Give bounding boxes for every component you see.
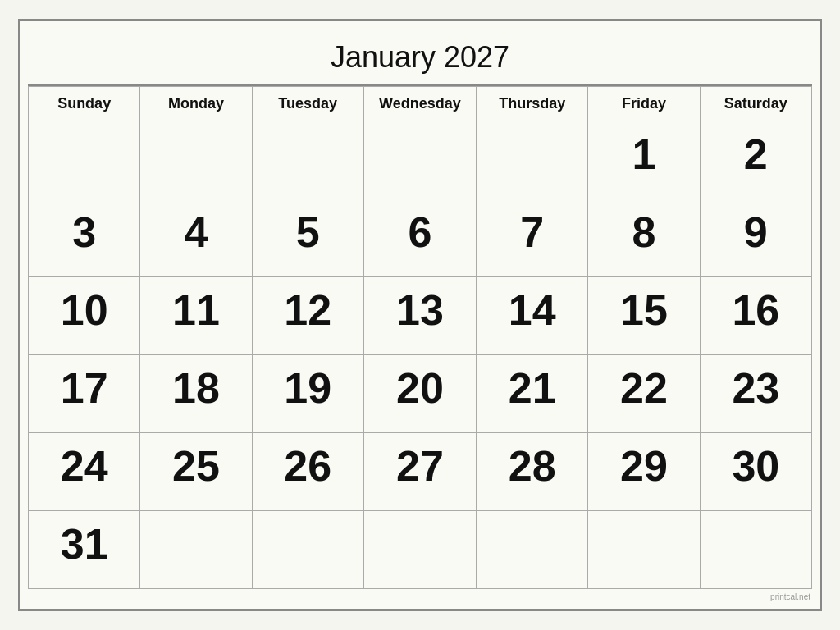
day-cell-10: 10 (29, 277, 140, 355)
empty-cell (700, 511, 811, 589)
week-row-3: 10111213141516 (29, 277, 812, 355)
day-cell-18: 18 (140, 355, 252, 433)
day-cell-3: 3 (29, 199, 140, 277)
empty-cell (363, 121, 476, 199)
week-row-6: 31 (29, 511, 812, 589)
day-cell-2: 2 (700, 121, 811, 199)
day-cell-22: 22 (588, 355, 700, 433)
day-cell-7: 7 (477, 199, 588, 277)
days-header-row: SundayMondayTuesdayWednesdayThursdayFrid… (29, 87, 812, 121)
day-cell-24: 24 (29, 433, 140, 511)
day-header-thursday: Thursday (477, 87, 588, 121)
day-cell-13: 13 (363, 277, 476, 355)
day-cell-28: 28 (477, 433, 588, 511)
empty-cell (363, 511, 476, 589)
day-cell-9: 9 (700, 199, 811, 277)
day-cell-4: 4 (140, 199, 252, 277)
day-cell-20: 20 (363, 355, 476, 433)
day-cell-14: 14 (477, 277, 588, 355)
day-cell-26: 26 (252, 433, 363, 511)
day-cell-1: 1 (588, 121, 700, 199)
empty-cell (477, 121, 588, 199)
calendar-container: January 2027 SundayMondayTuesdayWednesda… (18, 19, 822, 611)
calendar-table: SundayMondayTuesdayWednesdayThursdayFrid… (28, 86, 812, 589)
day-header-monday: Monday (140, 87, 252, 121)
day-header-friday: Friday (588, 87, 700, 121)
empty-cell (477, 511, 588, 589)
empty-cell (252, 511, 363, 589)
empty-cell (252, 121, 363, 199)
day-cell-23: 23 (700, 355, 811, 433)
week-row-4: 17181920212223 (29, 355, 812, 433)
day-cell-31: 31 (29, 511, 140, 589)
day-header-saturday: Saturday (700, 87, 811, 121)
day-cell-17: 17 (29, 355, 140, 433)
watermark: printcal.net (28, 589, 812, 601)
day-cell-27: 27 (363, 433, 476, 511)
empty-cell (140, 121, 252, 199)
day-cell-8: 8 (588, 199, 700, 277)
day-cell-25: 25 (140, 433, 252, 511)
day-header-tuesday: Tuesday (252, 87, 363, 121)
day-cell-6: 6 (363, 199, 476, 277)
day-cell-15: 15 (588, 277, 700, 355)
day-cell-11: 11 (140, 277, 252, 355)
day-header-wednesday: Wednesday (363, 87, 476, 121)
day-cell-12: 12 (252, 277, 363, 355)
day-cell-19: 19 (252, 355, 363, 433)
week-row-5: 24252627282930 (29, 433, 812, 511)
empty-cell (588, 511, 700, 589)
week-row-2: 3456789 (29, 199, 812, 277)
day-header-sunday: Sunday (29, 87, 140, 121)
day-cell-29: 29 (588, 433, 700, 511)
calendar-title: January 2027 (28, 29, 812, 86)
day-cell-5: 5 (252, 199, 363, 277)
empty-cell (140, 511, 252, 589)
empty-cell (29, 121, 140, 199)
day-cell-16: 16 (700, 277, 811, 355)
day-cell-21: 21 (477, 355, 588, 433)
day-cell-30: 30 (700, 433, 811, 511)
week-row-1: 12 (29, 121, 812, 199)
